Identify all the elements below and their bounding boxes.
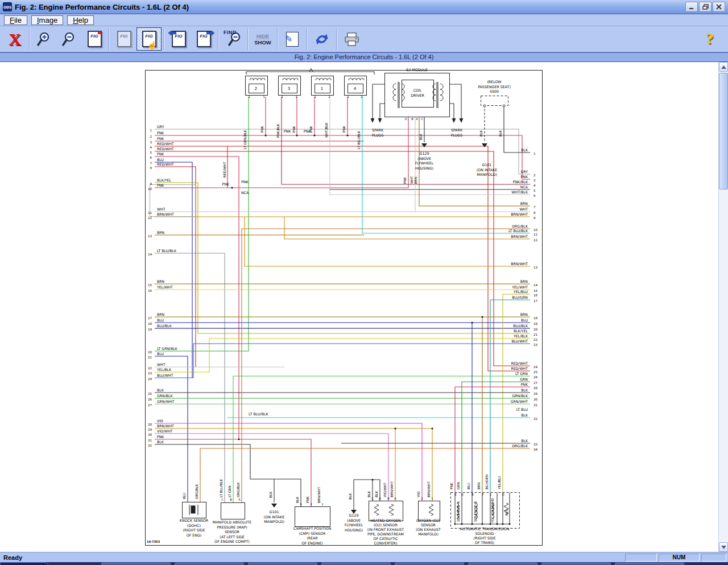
taskbar-button[interactable] [468, 563, 537, 565]
svg-text:LT BLU/BLK: LT BLU/BLK [157, 249, 177, 253]
svg-text:BLK: BLK [349, 493, 352, 500]
svg-text:17: 17 [533, 299, 538, 303]
help-button[interactable]: ? [697, 27, 722, 51]
figure-page-icon: FIG [117, 31, 131, 47]
svg-text:BRN: BRN [157, 279, 165, 283]
svg-text:1: 1 [347, 95, 349, 98]
start-button[interactable] [0, 562, 49, 565]
svg-text:BRN/WHT: BRN/WHT [157, 424, 174, 428]
figure-window-button[interactable]: FIG [82, 27, 107, 51]
previous-figure-button[interactable]: FIG [166, 27, 191, 51]
zoom-in-button[interactable] [32, 27, 57, 51]
svg-text:LT BLU/BLK: LT BLU/BLK [220, 479, 223, 497]
svg-text:19: 19 [533, 322, 538, 325]
close-button[interactable] [713, 2, 725, 12]
diagram-frame [146, 71, 543, 546]
svg-text:13: 13 [148, 234, 152, 238]
taskbar-button[interactable] [321, 563, 391, 565]
find-button[interactable]: FIND [221, 27, 246, 51]
svg-text:7: 7 [150, 162, 152, 165]
svg-text:MANIFOLD ABSOLUTE: MANIFOLD ABSOLUTE [213, 520, 251, 524]
scroll-up-button[interactable] [719, 62, 728, 72]
svg-text:BLK/YEL: BLK/YEL [157, 178, 172, 182]
svg-text:1: 1 [431, 497, 433, 500]
svg-text:LT BLU/BLK: LT BLU/BLK [357, 131, 361, 149]
svg-text:BRN: BRN [414, 177, 417, 184]
taskbar-button[interactable] [395, 563, 464, 565]
svg-text:OF ENGINE COMPT): OF ENGINE COMPT) [214, 539, 250, 543]
menu-item-help[interactable]: Help [67, 15, 94, 25]
close-figure-button[interactable]: X [2, 27, 27, 51]
taskbar-button[interactable] [248, 563, 317, 565]
svg-text:YEL/BLK: YEL/BLK [156, 368, 172, 372]
svg-text:LT BLU: LT BLU [516, 407, 528, 411]
menu-item-image[interactable]: Image [31, 15, 63, 25]
svg-text:26: 26 [148, 398, 152, 401]
print-button[interactable] [339, 27, 364, 51]
svg-text:PNK: PNK [157, 435, 164, 439]
svg-text:ORG/BLK: ORG/BLK [195, 484, 198, 499]
svg-text:LT GRN/BLK: LT GRN/BLK [243, 130, 247, 149]
refresh-button[interactable] [309, 27, 334, 51]
svg-text:4: 4 [150, 146, 152, 149]
svg-text:VIO: VIO [157, 419, 163, 423]
svg-text:(ON INTAKE: (ON INTAKE [264, 515, 284, 519]
svg-text:BRN/WHT: BRN/WHT [511, 234, 528, 238]
annotate-button[interactable]: ✎ [280, 27, 305, 51]
taskbar-button[interactable] [101, 563, 171, 565]
svg-text:PNK: PNK [306, 496, 309, 503]
svg-text:FLYWHEEL: FLYWHEEL [345, 523, 363, 527]
figure-select-button[interactable]: FIG☝ [136, 27, 162, 51]
svg-text:B: B [230, 498, 232, 501]
scrollbar-track[interactable] [719, 72, 728, 542]
svg-text:1: 1 [321, 502, 323, 506]
svg-text:LT BLU/BLK: LT BLU/BLK [249, 412, 269, 416]
figure-page-icon: FIG [172, 31, 186, 47]
svg-text:28: 28 [148, 423, 152, 426]
minimize-button[interactable] [685, 2, 698, 12]
svg-text:BLU: BLU [521, 318, 528, 322]
svg-text:31: 31 [148, 439, 152, 442]
svg-text:(RIGHT SIDE: (RIGHT SIDE [183, 528, 205, 532]
scrollbar-thumb[interactable] [719, 73, 728, 189]
spark-plug-arrow-icon [371, 118, 375, 123]
svg-text:9: 9 [150, 182, 152, 185]
menu-item-file[interactable]: File [4, 15, 27, 25]
svg-text:BRN/WHT: BRN/WHT [390, 481, 394, 497]
svg-text:COIL: COIL [413, 88, 422, 92]
toolbar-separator [277, 28, 278, 50]
svg-text:BLK: BLK [521, 413, 528, 417]
zoom-out-button[interactable] [57, 27, 82, 51]
taskbar-button[interactable] [175, 563, 244, 565]
svg-text:(ABOVE: (ABOVE [347, 518, 361, 522]
taskbar-button[interactable] [615, 563, 684, 565]
chevron-down-icon [721, 546, 726, 549]
svg-text:PNK/BLK: PNK/BLK [276, 123, 280, 138]
vertical-scrollbar[interactable] [718, 62, 728, 552]
next-figure-button[interactable]: FIG [191, 27, 216, 51]
svg-text:RED/WHT: RED/WHT [157, 162, 174, 166]
svg-text:C: C [421, 117, 423, 121]
figure-page-icon: FIG [197, 31, 211, 47]
spark-plug-arrow-icon [378, 118, 382, 123]
refresh-icon [313, 31, 330, 48]
svg-text:FLYWHEEL: FLYWHEEL [415, 161, 434, 165]
svg-text:BLK: BLK [157, 440, 164, 444]
svg-text:BRN/WHT: BRN/WHT [317, 487, 321, 503]
scroll-down-button[interactable] [719, 542, 728, 552]
figure-list-button[interactable]: FIG [111, 27, 136, 51]
svg-text:22: 22 [148, 366, 152, 370]
svg-text:OF CATALYTIC: OF CATALYTIC [373, 537, 398, 541]
svg-text:1: 1 [533, 152, 536, 155]
svg-text:PNK: PNK [222, 182, 230, 186]
svg-text:YEL/WHT: YEL/WHT [511, 285, 528, 289]
svg-text:HOUSING): HOUSING) [415, 166, 433, 170]
svg-text:4: 4 [533, 184, 536, 187]
svg-text:SOLENOID: SOLENOID [475, 531, 494, 535]
arrow-right-icon [206, 31, 214, 37]
svg-text:(BELOW: (BELOW [487, 80, 502, 84]
svg-text:F: F [482, 493, 484, 496]
restore-button[interactable] [699, 2, 712, 12]
taskbar-button[interactable] [541, 563, 611, 565]
hide-show-button[interactable]: HIDESHOW [250, 27, 275, 51]
